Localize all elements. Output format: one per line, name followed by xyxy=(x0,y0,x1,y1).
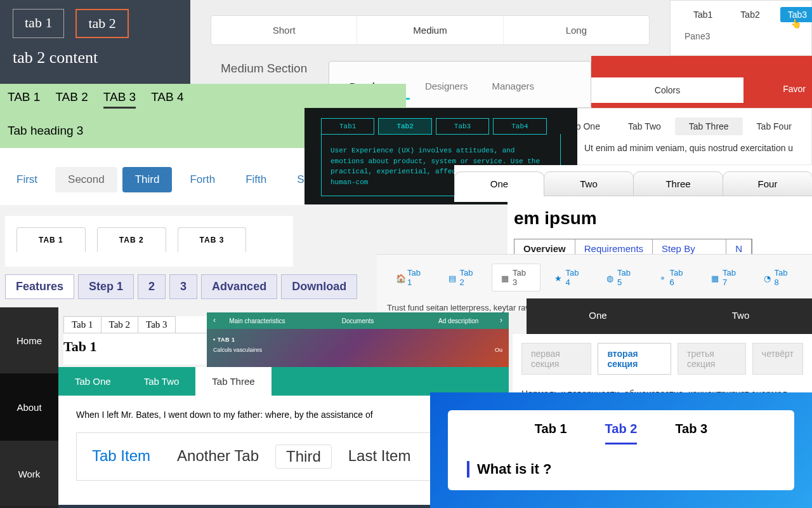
panel-colors-red: Colors Favor xyxy=(591,56,812,108)
tab-long[interactable]: Long xyxy=(504,16,649,44)
tab-u-2[interactable]: Tab 2 xyxy=(605,422,638,444)
tab-i-3[interactable]: Tab3 xyxy=(436,118,489,135)
tab-fifth[interactable]: Fifth xyxy=(233,167,279,192)
tab-j-three[interactable]: Three xyxy=(633,171,723,196)
panel-first-sixth: First Second Third Forth Fifth Sixth xyxy=(0,148,304,205)
tab-o-1[interactable]: Tab 1 xyxy=(63,316,102,333)
tab-m-4[interactable]: ★Tab 4 xyxy=(546,264,593,291)
tab-f-3[interactable]: TAB 3 xyxy=(103,90,136,109)
tab-forth[interactable]: Forth xyxy=(177,167,228,192)
tab-designers[interactable]: Designers xyxy=(416,74,477,100)
globe-icon: ◍ xyxy=(606,274,613,281)
cursor-icon: 👆 xyxy=(790,18,801,29)
panel-gradient: ‹ Main characteristics Documents Ad desc… xyxy=(207,312,509,367)
tab-last-item[interactable]: Last Item xyxy=(338,444,421,469)
sidebar-item-home[interactable]: Home xyxy=(0,307,58,374)
tab-advanced[interactable]: Advanced xyxy=(201,274,277,299)
tab-j-two[interactable]: Two xyxy=(544,171,634,196)
home-icon: 🏠 xyxy=(396,274,403,281)
tab-u-1[interactable]: Tab 1 xyxy=(535,422,567,444)
star-icon: ★ xyxy=(554,274,562,281)
tab-k-3[interactable]: TAB 3 xyxy=(178,227,247,252)
calendar-icon: ▦ xyxy=(501,274,509,281)
tab-section-4[interactable]: четвёрт xyxy=(752,343,803,375)
card-heading: What is it ? xyxy=(467,461,775,478)
tab-first[interactable]: First xyxy=(4,167,50,192)
panel-blue-gradient: Tab 1 Tab 2 Tab 3 What is it ? xyxy=(430,392,812,508)
panel-tabone-four: Tab One Tab Two Tab Three Tab Four Ut en… xyxy=(552,108,812,165)
tab-u-3[interactable]: Tab 3 xyxy=(675,422,707,444)
sidebar-vertical: Home About Work xyxy=(0,307,58,508)
tab-third[interactable]: Third xyxy=(122,167,173,192)
tab-favorites[interactable]: Favor xyxy=(783,84,806,94)
tab-m-1[interactable]: 🏠Tab 1 xyxy=(387,264,435,291)
tab-i-2[interactable]: Tab2 xyxy=(378,118,431,135)
tab-step2[interactable]: 2 xyxy=(138,274,166,299)
tab-r-two[interactable]: Two xyxy=(669,298,812,334)
sidebar-item-work[interactable]: Work xyxy=(0,441,58,507)
tab-second[interactable]: Second xyxy=(55,167,117,192)
tab-i-1[interactable]: Tab1 xyxy=(321,118,374,135)
body-text: When I left Mr. Bates, I went down to my… xyxy=(76,410,491,420)
tab-section-2[interactable]: вторая секция xyxy=(598,343,671,375)
tab-c-2[interactable]: Tab2 xyxy=(733,7,767,22)
tab-j-four[interactable]: Four xyxy=(723,171,812,196)
tab-section-3[interactable]: третья секция xyxy=(678,343,746,375)
tab-g-content: Ut enim ad minim veniam, quis nostrud ex… xyxy=(553,143,811,153)
tab-download[interactable]: Download xyxy=(281,274,357,299)
panel-overview: em ipsum Overview Requirements Step By S… xyxy=(508,202,812,254)
tab-m-8[interactable]: ◔Tab 8 xyxy=(755,264,802,291)
panel-folder-tabs: One Two Three Four xyxy=(454,165,812,202)
tab-t-two[interactable]: Tab Two xyxy=(128,367,196,396)
tab-a-1[interactable]: tab 1 xyxy=(13,9,64,38)
tab-t-one[interactable]: Tab One xyxy=(58,367,128,396)
sidebar-item-about[interactable]: About xyxy=(0,374,58,441)
tab-features[interactable]: Features xyxy=(5,274,74,299)
tab-t-three[interactable]: Tab Three xyxy=(195,367,271,396)
tab-m-6[interactable]: ⚬Tab 6 xyxy=(650,264,698,291)
tab-f-2[interactable]: TAB 2 xyxy=(55,90,88,109)
tab-g-2[interactable]: Tab Two xyxy=(614,117,675,135)
tab-m-7[interactable]: ▦Tab 7 xyxy=(702,264,750,291)
tab-f-1[interactable]: TAB 1 xyxy=(8,90,40,109)
tab-o-heading: Tab 1 xyxy=(63,338,207,355)
chevron-right-icon[interactable]: › xyxy=(496,316,506,324)
tab-third-inner[interactable]: Third xyxy=(275,444,332,469)
data-row: Calculs vasculairesOu xyxy=(207,345,509,354)
tab-step3[interactable]: 3 xyxy=(169,274,197,299)
tab-i-4[interactable]: Tab4 xyxy=(493,118,546,135)
tab-colors[interactable]: Colors xyxy=(591,77,743,103)
subheading: • TAB 1 xyxy=(207,329,509,345)
tab-g-3[interactable]: Tab Three xyxy=(675,117,743,135)
tab-step1[interactable]: Step 1 xyxy=(78,274,134,299)
tab-section-1[interactable]: первая секция xyxy=(521,343,591,375)
tab-a-2[interactable]: tab 2 xyxy=(75,9,128,38)
tab-m-5[interactable]: ◍Tab 5 xyxy=(598,264,645,291)
tab-o-2[interactable]: Tab 2 xyxy=(101,316,139,333)
tab-medium[interactable]: Medium xyxy=(357,16,503,44)
tab-short[interactable]: Short xyxy=(211,16,357,44)
tab-j-one[interactable]: One xyxy=(454,171,544,196)
share-icon: ⚬ xyxy=(659,274,666,281)
tab-item[interactable]: Tab Item xyxy=(82,444,160,469)
tab-another[interactable]: Another Tab xyxy=(167,444,269,469)
file-icon: ▤ xyxy=(449,274,456,281)
panel-tab1-2-3-blue: Tab1 Tab2 Tab3 👆 Pane3 xyxy=(670,0,812,56)
tab-k-1[interactable]: TAB 1 xyxy=(16,227,86,252)
panel-serif-tabs: Tab 1 Tab 2 Tab 3 Tab 1 xyxy=(63,316,207,364)
tab-c-1[interactable]: Tab1 xyxy=(686,7,720,22)
tab-documents[interactable]: Documents xyxy=(308,318,409,324)
panel-dark-outlined-tabs: tab 1 tab 2 tab 2 content xyxy=(0,0,190,84)
tab-managers[interactable]: Managers xyxy=(483,74,543,100)
tab-ad-description[interactable]: Ad description xyxy=(408,318,509,324)
tab-k-2[interactable]: TAB 2 xyxy=(97,227,166,252)
tab-m-3[interactable]: ▦Tab 3 xyxy=(492,264,540,291)
tab-main-characteristics[interactable]: Main characteristics xyxy=(207,318,308,324)
tab-g-4[interactable]: Tab Four xyxy=(743,117,806,135)
tab-f-4[interactable]: TAB 4 xyxy=(151,90,183,109)
tab-m-2[interactable]: ▤Tab 2 xyxy=(440,264,487,291)
tab-r-one[interactable]: One xyxy=(527,298,669,334)
panel-russian: первая секция вторая секция третья секци… xyxy=(513,334,812,392)
chevron-left-icon[interactable]: ‹ xyxy=(209,316,219,324)
tab-o-3[interactable]: Tab 3 xyxy=(138,316,176,333)
